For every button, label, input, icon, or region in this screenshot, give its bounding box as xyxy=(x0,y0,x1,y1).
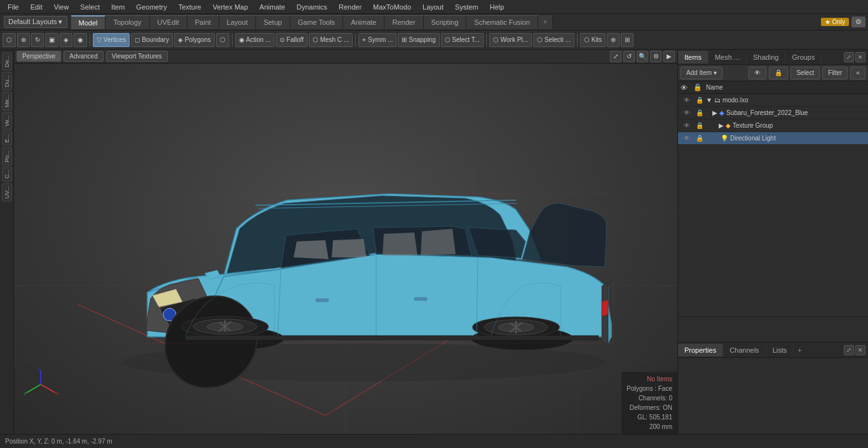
menu-layout[interactable]: Layout xyxy=(417,2,449,12)
menu-animate[interactable]: Animate xyxy=(254,2,290,12)
menu-help[interactable]: Help xyxy=(485,2,510,12)
prop-tab-channels[interactable]: Channels xyxy=(723,344,766,356)
menu-vertex-map[interactable]: Vertex Map xyxy=(208,2,254,12)
layout-tab-render[interactable]: Render xyxy=(384,15,423,29)
layout-tab-paint[interactable]: Paint xyxy=(187,15,219,29)
item-lock-dlight[interactable]: 🔒 xyxy=(693,132,706,145)
selection-btn[interactable]: ⬡ Selecti ... xyxy=(533,33,574,47)
action-btn[interactable]: ◉ Action ... xyxy=(235,33,275,47)
boundary-btn[interactable]: ◻ Boundary xyxy=(131,33,173,47)
menu-edit[interactable]: Edit xyxy=(25,2,48,12)
viewport-tab-advanced[interactable]: Advanced xyxy=(64,51,103,62)
left-tab-me[interactable]: Me... xyxy=(2,92,12,111)
kits-btn[interactable]: ⬡ Kits xyxy=(580,33,606,47)
left-tab-de[interactable]: De... xyxy=(2,52,12,71)
menu-dynamics[interactable]: Dynamics xyxy=(292,2,332,12)
transform-btn[interactable]: ⊕ xyxy=(17,33,30,47)
layout-tab-uvedit[interactable]: UVEdit xyxy=(150,15,187,29)
item-eye-subaru[interactable]: 👁 xyxy=(681,107,693,119)
prop-tab-add[interactable]: + xyxy=(794,344,805,356)
workplane-btn[interactable]: ⬡ Work Pl... xyxy=(489,33,532,47)
layout-selector[interactable]: Default Layouts ▾ xyxy=(4,16,67,28)
layout-tab-gametools[interactable]: Game Tools xyxy=(290,15,344,29)
select-lasso-btn[interactable]: ◈ xyxy=(60,33,72,47)
snapping-btn[interactable]: ⊞ Snapping xyxy=(398,33,439,47)
select-rect-btn[interactable]: ▣ xyxy=(45,33,58,47)
menu-select[interactable]: Select xyxy=(75,2,105,12)
viewport-reset-btn[interactable]: ↺ xyxy=(623,51,635,62)
viewport-tab-textures[interactable]: Viewport Textures xyxy=(106,51,168,62)
viewport-search-btn[interactable]: 🔍 xyxy=(637,51,648,62)
snap-rotate-btn[interactable]: ↻ xyxy=(31,33,44,47)
item-lock-modo-lxo[interactable]: 🔒 xyxy=(693,94,706,107)
select-btn[interactable]: Select xyxy=(790,67,820,79)
add-kits-btn[interactable]: ⊕ xyxy=(607,33,620,47)
viewport-canvas[interactable]: X Y Z No Items Polygons : Face Channels:… xyxy=(14,64,677,434)
item-lock-texture[interactable]: 🔒 xyxy=(693,119,706,132)
item-eye-dlight[interactable]: 👁 xyxy=(681,132,693,145)
item-eye-modo-lxo[interactable]: 👁 xyxy=(681,94,693,107)
item-row-subaru[interactable]: 👁 🔒 ▶ ◆ Subaru_Forester_2022_Blue xyxy=(678,107,868,119)
item-eye-texture[interactable]: 👁 xyxy=(681,119,693,132)
viewport-settings-btn[interactable]: ⚙ xyxy=(650,51,661,62)
layout-tab-scripting[interactable]: Scripting xyxy=(424,15,467,29)
config-button[interactable]: ⚙ xyxy=(851,17,865,27)
add-item-btn[interactable]: Add Item ▾ xyxy=(681,67,722,79)
select-mode-btn[interactable]: ⬡ xyxy=(3,33,16,47)
left-tab-c[interactable]: C... xyxy=(2,166,12,182)
symm-btn[interactable]: ⌖ Symm ... xyxy=(358,33,397,47)
prop-collapse-btn[interactable]: ✕ xyxy=(855,345,865,355)
prop-tab-properties[interactable]: Properties xyxy=(678,344,723,356)
panel-tab-mesh[interactable]: Mesh ... xyxy=(709,51,747,64)
layout-tab-animate[interactable]: Animate xyxy=(343,15,384,29)
item-row-directional-light[interactable]: 👁 🔒 💡 Directional Light xyxy=(678,132,868,145)
items-lock-btn[interactable]: 🔒 xyxy=(769,67,788,79)
item-lock-subaru[interactable]: 🔒 xyxy=(693,107,706,119)
filter-btn[interactable]: Filter xyxy=(822,67,848,79)
layout-tab-setup[interactable]: Setup xyxy=(256,15,290,29)
layout-tab-schematic[interactable]: Schematic Fusion xyxy=(466,15,538,29)
panel-expand-btn[interactable]: ⤢ xyxy=(844,52,854,62)
menu-texture[interactable]: Texture xyxy=(173,2,207,12)
viewport-tab-perspective[interactable]: Perspective xyxy=(17,51,61,62)
menu-geometry[interactable]: Geometry xyxy=(131,2,172,12)
item-row-texture-group[interactable]: 👁 🔒 ▶ ◆ Texture Group xyxy=(678,119,868,132)
items-header-eye: 👁 xyxy=(681,84,693,92)
layout-tab-add[interactable]: + xyxy=(538,15,553,29)
layout-tab-topology[interactable]: Topology xyxy=(105,15,149,29)
mesh-btn[interactable]: ⬡ Mesh C ... xyxy=(309,33,353,47)
prop-expand-btn[interactable]: ⤢ xyxy=(844,345,854,355)
panel-tab-items[interactable]: Items xyxy=(678,51,709,64)
select-circle-btn[interactable]: ◉ xyxy=(74,33,87,47)
items-eye-btn[interactable]: 👁 xyxy=(749,67,766,79)
menu-file[interactable]: File xyxy=(3,2,24,12)
layout-tab-model[interactable]: Model xyxy=(71,15,106,29)
viewport-expand-btn[interactable]: ⤢ xyxy=(610,51,621,62)
left-tab-du[interactable]: Du... xyxy=(2,72,12,90)
layout-tab-layout[interactable]: Layout xyxy=(219,15,256,29)
collapse-btn[interactable]: « xyxy=(850,67,865,79)
vertices-btn[interactable]: ▽ ▽ VerticesVertices xyxy=(93,33,130,47)
items-list[interactable]: 👁 🔒 ▼ 🗂 modo.lxo 👁 🔒 ▶ ◆ Subaru_Forester… xyxy=(678,94,868,316)
item-row-modo-lxo[interactable]: 👁 🔒 ▼ 🗂 modo.lxo xyxy=(678,94,868,107)
left-tab-po[interactable]: Po... xyxy=(2,147,12,166)
panel-tab-groups[interactable]: Groups xyxy=(785,51,822,64)
left-tab-ve[interactable]: Ve... xyxy=(2,112,12,130)
menu-maxtomodo[interactable]: MaxToModo xyxy=(368,2,416,12)
panel-collapse-btn[interactable]: ✕ xyxy=(855,52,865,62)
polygons-btn[interactable]: ◈ Polygons xyxy=(174,33,215,47)
menu-system[interactable]: System xyxy=(450,2,484,12)
select-tool-btn[interactable]: ⬡ Select T... xyxy=(441,33,484,47)
grid-btn[interactable]: ⊞ xyxy=(621,33,634,47)
viewport-more-btn[interactable]: ▶ xyxy=(663,51,675,62)
panel-tab-shading[interactable]: Shading xyxy=(747,51,785,64)
mode-btn[interactable]: ⬡ xyxy=(216,33,229,47)
left-tab-uv[interactable]: UV... xyxy=(2,183,12,201)
prop-tab-lists[interactable]: Lists xyxy=(766,344,794,356)
star-only-badge[interactable]: ★ Only xyxy=(821,18,849,26)
menu-render[interactable]: Render xyxy=(334,2,367,12)
left-tab-e[interactable]: E... xyxy=(2,131,12,146)
falloff-btn[interactable]: ⊙ Falloff xyxy=(276,33,308,47)
menu-item[interactable]: Item xyxy=(106,2,130,12)
menu-view[interactable]: View xyxy=(49,2,74,12)
